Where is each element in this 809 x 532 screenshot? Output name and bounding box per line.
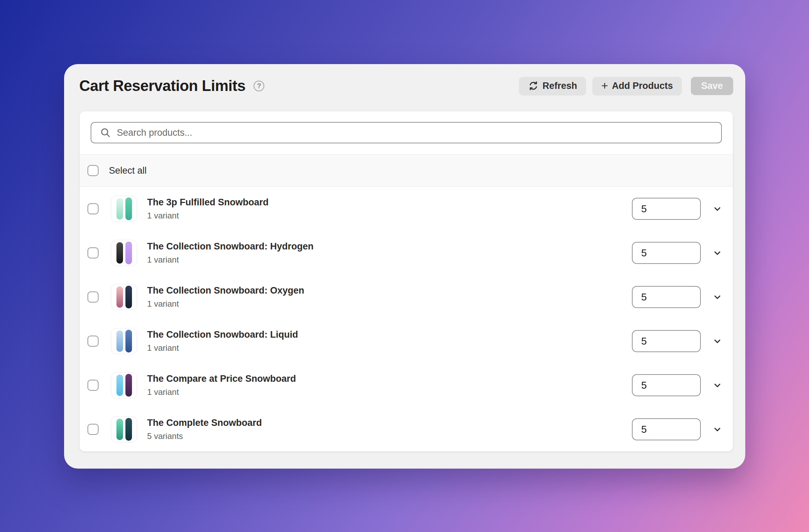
product-checkbox[interactable] [88, 203, 99, 214]
add-products-button[interactable]: + Add Products [592, 77, 682, 95]
product-checkbox[interactable] [88, 247, 99, 258]
select-all-row: Select all [80, 154, 733, 187]
product-name: The Complete Snowboard [147, 418, 262, 428]
product-row: The Collection Snowboard: Oxygen 1 varia… [80, 275, 733, 319]
product-row: The Compare at Price Snowboard 1 variant [80, 363, 733, 407]
product-thumbnail [111, 196, 137, 222]
product-thumbnail [111, 328, 137, 354]
product-thumbnail [111, 372, 137, 398]
products-panel: Select all The 3p Fulfilled Snowboard 1 … [79, 111, 733, 452]
product-name: The Compare at Price Snowboard [147, 374, 296, 384]
help-icon[interactable]: ? [254, 81, 264, 91]
header-actions: Refresh + Add Products Save [519, 77, 733, 95]
header-left: Cart Reservation Limits ? [79, 77, 264, 94]
product-list: The 3p Fulfilled Snowboard 1 variant The… [80, 187, 733, 451]
product-thumbnail [111, 284, 137, 310]
chevron-down-icon[interactable] [713, 292, 722, 302]
product-meta: The Compare at Price Snowboard 1 variant [147, 374, 296, 397]
limit-input[interactable] [632, 286, 701, 308]
product-checkbox[interactable] [88, 424, 99, 435]
snowboard-left [116, 375, 123, 396]
page-title: Cart Reservation Limits [79, 77, 245, 94]
product-name: The Collection Snowboard: Hydrogen [147, 241, 314, 252]
product-variant-count: 1 variant [147, 299, 304, 309]
save-button[interactable]: Save [691, 77, 733, 95]
product-meta: The Complete Snowboard 5 variants [147, 418, 262, 441]
search-input[interactable] [91, 122, 722, 143]
limit-input[interactable] [632, 198, 701, 220]
snowboard-right [125, 286, 132, 308]
product-meta: The Collection Snowboard: Liquid 1 varia… [147, 329, 298, 353]
limit-input[interactable] [632, 374, 701, 396]
select-all-checkbox[interactable] [88, 165, 99, 176]
chevron-down-icon[interactable] [713, 336, 722, 346]
product-name: The Collection Snowboard: Oxygen [147, 285, 304, 296]
chevron-down-icon[interactable] [713, 204, 722, 214]
product-variant-count: 5 variants [147, 431, 262, 441]
product-meta: The 3p Fulfilled Snowboard 1 variant [147, 197, 269, 221]
snowboard-left [116, 242, 123, 264]
product-checkbox[interactable] [88, 336, 99, 347]
product-meta: The Collection Snowboard: Hydrogen 1 var… [147, 241, 314, 265]
card-header: Cart Reservation Limits ? Refresh + Add … [79, 64, 733, 111]
snowboard-left [116, 330, 123, 352]
snowboard-left [116, 419, 123, 440]
limit-input[interactable] [632, 418, 701, 440]
snowboard-right [125, 197, 132, 220]
snowboard-right [125, 330, 132, 352]
product-checkbox[interactable] [88, 291, 99, 303]
limit-input[interactable] [632, 330, 701, 352]
product-variant-count: 1 variant [147, 255, 314, 265]
product-meta: The Collection Snowboard: Oxygen 1 varia… [147, 285, 304, 309]
product-thumbnail [111, 240, 137, 266]
product-thumbnail [111, 416, 137, 442]
snowboard-left [116, 198, 123, 219]
chevron-down-icon[interactable] [713, 248, 722, 258]
product-variant-count: 1 variant [147, 211, 269, 221]
search-box [91, 122, 722, 143]
product-name: The 3p Fulfilled Snowboard [147, 197, 269, 208]
refresh-button-label: Refresh [543, 81, 577, 91]
refresh-icon [528, 80, 539, 91]
refresh-button[interactable]: Refresh [519, 77, 586, 95]
chevron-down-icon[interactable] [713, 380, 722, 390]
search-section [80, 111, 733, 154]
snowboard-right [125, 418, 132, 441]
add-products-button-label: Add Products [612, 81, 673, 91]
cart-reservation-card: Cart Reservation Limits ? Refresh + Add … [64, 64, 745, 469]
product-row: The 3p Fulfilled Snowboard 1 variant [80, 187, 733, 231]
product-row: The Collection Snowboard: Hydrogen 1 var… [80, 231, 733, 275]
product-name: The Collection Snowboard: Liquid [147, 329, 298, 340]
product-variant-count: 1 variant [147, 387, 296, 397]
snowboard-right [125, 374, 132, 397]
select-all-label: Select all [109, 165, 147, 176]
product-variant-count: 1 variant [147, 343, 298, 353]
snowboard-right [125, 242, 132, 264]
product-row: The Collection Snowboard: Liquid 1 varia… [80, 319, 733, 363]
product-checkbox[interactable] [88, 380, 99, 391]
save-button-label: Save [701, 81, 723, 91]
chevron-down-icon[interactable] [713, 424, 722, 434]
snowboard-left [116, 286, 123, 308]
limit-input[interactable] [632, 242, 701, 264]
product-row: The Complete Snowboard 5 variants [80, 407, 733, 451]
